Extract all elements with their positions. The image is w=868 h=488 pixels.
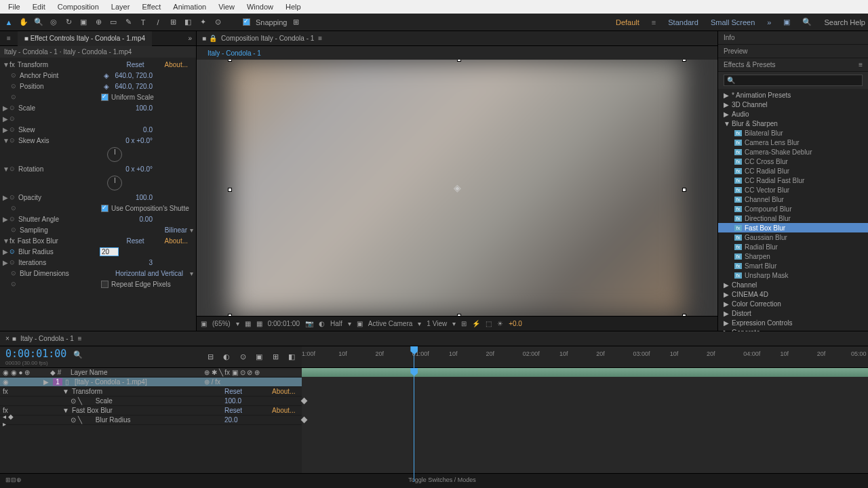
stopwatch-icon[interactable]: ⊙ (11, 205, 16, 211)
menu-edit[interactable]: Edit (27, 1, 51, 12)
workspace-small[interactable]: Small Screen (711, 18, 755, 26)
eff-camera-lens-blur[interactable]: fxCamera Lens Blur (718, 138, 868, 147)
rotation-dial[interactable] (107, 176, 122, 190)
iterations-toggle[interactable]: ▶ (3, 259, 9, 266)
stopwatch-icon[interactable]: ⊙ (11, 226, 16, 233)
camera-dropdown[interactable]: Active Camera (368, 320, 413, 327)
vf-grid-icon[interactable]: ▦ (256, 320, 262, 327)
view-dropdown[interactable]: 1 View (427, 320, 447, 327)
skew-toggle[interactable]: ▶ (3, 126, 9, 134)
tl-shy-icon[interactable]: ⊟ (204, 351, 216, 363)
stopwatch-icon[interactable]: ⊙ (9, 165, 15, 172)
menu-view[interactable]: View (213, 1, 240, 12)
keyframe-blur-start[interactable] (301, 417, 308, 424)
menu-window[interactable]: Window (241, 1, 279, 12)
tl-motion-blur-icon[interactable]: ⊙ (237, 351, 249, 363)
skew-axis-toggle[interactable]: ▼ (3, 137, 9, 144)
eff-radial-blur[interactable]: fxRadial Blur (718, 242, 868, 251)
cat-animation-presets[interactable]: ▶* Animation Presets (718, 90, 868, 100)
timeline-search-icon[interactable]: 🔍 (73, 350, 83, 359)
eff-unsharp-mask[interactable]: fxUnsharp Mask (718, 270, 868, 280)
zoom-tool-icon[interactable]: 🔍 (33, 16, 45, 28)
iterations-value[interactable]: 3 (149, 259, 153, 266)
uniform-scale-checkbox[interactable] (101, 94, 108, 101)
pan-behind-tool-icon[interactable]: ⊕ (92, 16, 104, 28)
tl-brain-icon[interactable]: ⊞ (269, 351, 281, 363)
eff-compound-blur[interactable]: fxCompound Blur (718, 204, 868, 214)
vf-pixel-icon[interactable]: ⊞ (461, 320, 467, 327)
rotate-tool-icon[interactable]: ↻ (62, 16, 75, 28)
snapshot-icon[interactable]: 📷 (305, 320, 313, 327)
tl-frame-blend-icon[interactable]: ◐ (220, 351, 233, 363)
workspace-default[interactable]: Default (616, 18, 639, 26)
preview-panel-header[interactable]: Preview (718, 45, 868, 58)
panel-more-icon[interactable]: » (184, 35, 196, 42)
tab-effect-controls[interactable]: ■ Effect Controls Italy - Condola - 1.mp… (18, 31, 152, 46)
tl-footer-icon2[interactable]: ⊟ (11, 476, 16, 483)
workspace-more-icon[interactable]: » (767, 18, 771, 26)
opacity-value[interactable]: 100.0 (136, 194, 153, 201)
vf-roi-icon[interactable]: ▣ (357, 320, 363, 327)
tl-scale-value[interactable]: 100.0 (224, 397, 272, 405)
cat-color-correction[interactable]: ▶Color Correction (718, 299, 868, 308)
eff-smart-blur[interactable]: fxSmart Blur (718, 261, 868, 270)
timeline-track-area[interactable] (302, 368, 868, 473)
menu-effect[interactable]: Effect (136, 1, 166, 12)
fbb-toggle[interactable]: ▼ (3, 237, 9, 245)
camera-tool-icon[interactable]: ▣ (77, 16, 90, 28)
comp-tab-label[interactable]: Composition Italy - Condola - 1 (221, 35, 314, 42)
tl-footer-icon1[interactable]: ⊞ (5, 476, 11, 483)
tl-fbb-about[interactable]: About... (272, 407, 299, 414)
vf-res-icon[interactable]: ▦ (245, 320, 251, 327)
eff-fast-box-blur[interactable]: fxFast Box Blur (718, 223, 868, 232)
tl-draft3d-icon[interactable]: ◧ (285, 351, 298, 363)
tl-blur-value[interactable]: 20.0 (224, 416, 272, 424)
shutter-toggle[interactable]: ▶ (3, 216, 9, 223)
composition-viewer[interactable]: ◈ (197, 60, 717, 316)
snapping-checkbox[interactable] (243, 18, 250, 26)
stopwatch-icon[interactable]: ⊙ (9, 104, 15, 111)
cat-blur-sharpen[interactable]: ▼Blur & Sharpen (718, 119, 868, 128)
exposure-value[interactable]: +0.0 (509, 320, 522, 327)
resolution-dropdown[interactable]: Half (330, 320, 342, 327)
eff-directional-blur[interactable]: fxDirectional Blur (718, 214, 868, 223)
timeline-tab[interactable]: Italy - Condola - 1 (20, 335, 74, 342)
vf-fast-icon[interactable]: ⚡ (472, 320, 480, 327)
eff-channel-blur[interactable]: fxChannel Blur (718, 195, 868, 204)
timeline-timecode[interactable]: 0:00:01:00 (5, 348, 66, 360)
anchor-point-value[interactable]: 640.0, 720.0 (115, 72, 153, 79)
layer-fbb-row[interactable]: fx ▼ Fast Box Blur Reset About... (0, 406, 302, 415)
brush-tool-icon[interactable]: / (152, 16, 164, 28)
stopwatch-icon[interactable]: ⊙ (9, 194, 15, 201)
rect-tool-icon[interactable]: ▭ (107, 16, 119, 28)
viewer-timecode[interactable]: 0:00:01:00 (268, 320, 300, 327)
rotation-value[interactable]: 0 x +0.0° (125, 165, 153, 173)
skew-toggle-1[interactable]: ▶ (3, 115, 9, 123)
blur-radius-toggle[interactable]: ▶ (3, 248, 9, 256)
stopwatch-icon[interactable]: ⊙ (9, 126, 15, 133)
cat-audio[interactable]: ▶Audio (718, 109, 868, 119)
cat-channel[interactable]: ▶Channel (718, 280, 868, 289)
stopwatch-icon[interactable]: ⊙ (9, 115, 15, 122)
menu-help[interactable]: Help (280, 1, 307, 12)
eff-cc-cross-blur[interactable]: fxCC Cross Blur (718, 157, 868, 166)
tl-fbb-reset[interactable]: Reset (224, 407, 272, 414)
menu-composition[interactable]: Composition (52, 1, 104, 12)
search-icon[interactable]: 🔍 (802, 18, 812, 26)
channel-icon[interactable]: ◐ (319, 320, 325, 327)
tl-transform-about[interactable]: About... (272, 388, 299, 395)
layer-row-1[interactable]: ◉ ▶ 1 ▯ [Italy - Condola - 1.mp4] ⊕ / fx (0, 378, 302, 387)
search-help-label[interactable]: Search Help (824, 18, 865, 26)
orbit-tool-icon[interactable]: ◎ (47, 16, 60, 28)
stopwatch-icon[interactable]: ⊙ (11, 72, 16, 79)
stopwatch-icon[interactable]: ⊙ (11, 281, 16, 287)
skew-axis-value[interactable]: 0 x +0.0° (125, 137, 153, 144)
workspace-options-icon[interactable]: ▣ (783, 18, 790, 26)
ep-menu-icon[interactable]: ≡ (859, 61, 863, 68)
vf-3d-icon[interactable]: ⬚ (486, 320, 492, 327)
tl-transform-reset[interactable]: Reset (224, 388, 272, 395)
skew-axis-dial[interactable] (107, 147, 122, 162)
opacity-toggle[interactable]: ▶ (3, 194, 9, 201)
vf-exposure-icon[interactable]: ☀ (497, 320, 503, 327)
scale-value[interactable]: 100.0 (136, 104, 153, 112)
